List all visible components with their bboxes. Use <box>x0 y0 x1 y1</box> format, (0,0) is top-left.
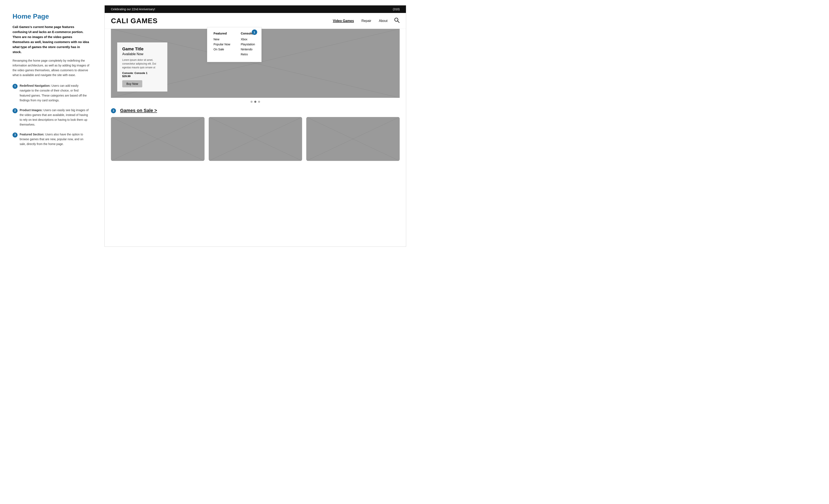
annotation-text-1: Redefined Navigation: Users can add easi… <box>20 83 90 103</box>
page-heading: Home Page <box>12 12 90 20</box>
sale-card-1[interactable] <box>111 117 205 161</box>
sale-card-2[interactable] <box>209 117 302 161</box>
annotation-badge-1: 1 <box>252 30 257 35</box>
announcement-bar: Celebrating our 22nd Anniversary! (310) <box>105 5 406 13</box>
sale-cards <box>111 117 400 161</box>
annotation-item-3: 3Featured Section: Users also have the o… <box>12 132 90 146</box>
slider-dots <box>105 98 406 106</box>
annotation-text-2: Product Images: Users can easily see big… <box>20 108 90 127</box>
dropdown-item-retro[interactable]: Retro <box>241 53 255 56</box>
annotation-badge-3: 3 <box>111 108 116 113</box>
annotation-num-1: 1 <box>12 84 17 89</box>
hero-content-card: Game Title Available Now Lorem ipsum dol… <box>117 42 167 92</box>
dropdown-item-nintendo[interactable]: Nintendo <box>241 48 255 51</box>
dropdown-consoles-list: Xbox Playstation Nintendo Retro <box>241 38 255 56</box>
hero-game-title: Game Title <box>122 46 162 51</box>
nav-link-repair[interactable]: Repair <box>361 19 371 23</box>
dropdown-featured: Featured New Popular Now On Sale <box>214 32 230 58</box>
annotation-text-3: Featured Section: Users also have the op… <box>20 132 90 146</box>
sale-header: 3 Games on Sale > <box>111 108 400 113</box>
annotation-num-2: 2 <box>12 108 17 113</box>
wireframe-container: Celebrating our 22nd Anniversary! (310) … <box>104 5 406 247</box>
sale-title[interactable]: Games on Sale > <box>120 108 157 113</box>
hero-console-price: Console: Console 1 $29.99 <box>122 71 162 78</box>
sale-card-3[interactable] <box>306 117 400 161</box>
left-panel: Home Page Cali Games's current home page… <box>0 0 100 252</box>
right-panel: Celebrating our 22nd Anniversary! (310) … <box>100 0 414 252</box>
announcement-message: Celebrating our 22nd Anniversary! <box>111 7 155 11</box>
hero-available: Available Now <box>122 52 162 56</box>
hero-description: Lorem ipsum dolor sit amet, consectetur … <box>122 58 162 69</box>
nav-link-video-games[interactable]: Video Games <box>333 19 354 23</box>
hero-console-label: Console <box>122 71 133 75</box>
dot-3[interactable] <box>258 101 260 103</box>
annotation-num-3: 3 <box>12 133 17 138</box>
dropdown-consoles: Consoles Xbox Playstation Nintendo Retro… <box>241 32 255 58</box>
hero-price: $29.99 <box>122 75 131 78</box>
nav-dropdown: Featured New Popular Now On Sale Console… <box>207 27 261 62</box>
search-icon[interactable] <box>394 17 400 25</box>
intro-bold: Cali Games's current home page features … <box>12 25 90 55</box>
nav-logo: CALI GAMES <box>111 17 157 25</box>
dropdown-item-playstation[interactable]: Playstation <box>241 43 255 46</box>
dot-1[interactable] <box>251 101 253 103</box>
dot-2[interactable] <box>254 101 256 103</box>
announcement-phone: (310) <box>393 7 400 11</box>
dropdown-item-popular[interactable]: Popular Now <box>214 43 230 46</box>
sale-section: 3 Games on Sale > <box>105 106 406 165</box>
nav-link-about[interactable]: About <box>379 19 388 23</box>
nav-links: Video Games Repair About <box>333 19 388 23</box>
dropdown-featured-heading: Featured <box>214 32 230 35</box>
nav: CALI GAMES Video Games Repair About Feat… <box>105 13 406 29</box>
svg-point-0 <box>395 18 398 21</box>
annotation-item-2: 2Product Images: Users can easily see bi… <box>12 108 90 127</box>
svg-line-1 <box>398 21 399 23</box>
annotation-item-1: 1Redefined Navigation: Users can add eas… <box>12 83 90 103</box>
dropdown-item-sale[interactable]: On Sale <box>214 48 230 51</box>
dropdown-item-new[interactable]: New <box>214 38 230 41</box>
annotation-list: 1Redefined Navigation: Users can add eas… <box>12 83 90 146</box>
buy-now-button[interactable]: Buy Now <box>122 80 142 87</box>
dropdown-featured-list: New Popular Now On Sale <box>214 38 230 51</box>
dropdown-item-xbox[interactable]: Xbox <box>241 38 255 41</box>
hero-console-value: Console 1 <box>135 71 147 75</box>
intro-regular: Revamping the home page completely by re… <box>12 58 90 77</box>
